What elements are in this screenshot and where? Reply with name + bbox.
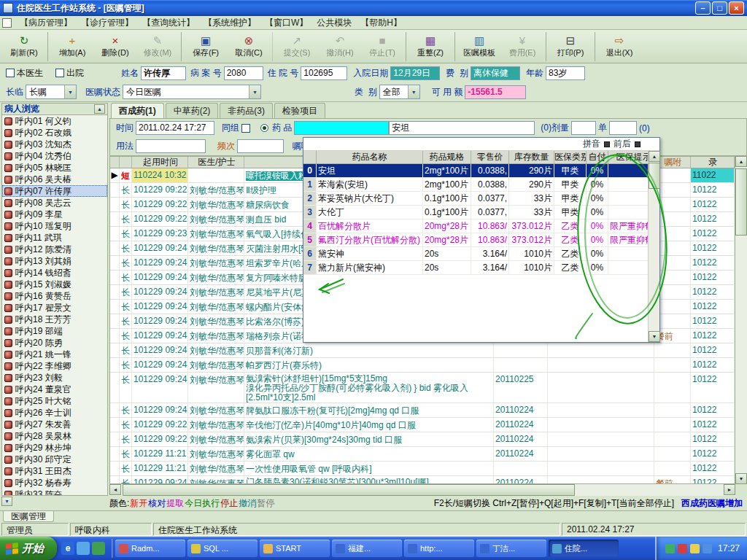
order-row[interactable]: 长 101229 09:22 刘敏华/范惠琴 氨溴索片(贝莱)[30mg*24s… xyxy=(110,432,735,447)
scroll-up-arrow[interactable]: ▲ xyxy=(735,156,747,167)
order-row[interactable]: 长 101229 09:24 刘敏华/范惠琴 帕罗西汀片(赛乐特) 10122 xyxy=(110,358,735,373)
patient-list-item[interactable]: 呼内29 林步坤 xyxy=(2,442,107,454)
patient-list-item[interactable]: 呼内19 邵端 xyxy=(2,325,107,337)
patient-name-field[interactable]: 许传厚 xyxy=(141,66,186,80)
taskbar-task-button[interactable]: 丁洁... xyxy=(476,540,546,557)
start-button[interactable]: 开始 xyxy=(0,537,57,560)
drug-category-tab[interactable]: 检验项目 xyxy=(274,103,325,118)
order-status-select[interactable]: 今日医嘱 ▼ xyxy=(123,85,261,99)
taskbar-task-button[interactable]: START xyxy=(260,540,330,557)
taskbar-task-button[interactable]: SQL ... xyxy=(187,540,258,557)
patient-list-item[interactable]: 呼内12 陈爱清 xyxy=(2,244,107,255)
taskbar-task-button[interactable]: http:... xyxy=(404,540,474,557)
case-no-field[interactable]: 2080 xyxy=(224,66,263,80)
patient-list-item[interactable]: 呼内16 黄赞岳 xyxy=(2,290,107,302)
toolbar-button[interactable]: ■ 停止(T) xyxy=(361,32,403,61)
toolbar-button[interactable]: ▥ 医嘱模板 xyxy=(454,32,501,61)
drug-search-input[interactable] xyxy=(294,121,389,135)
patient-list-item[interactable]: 呼内31 王田杰 xyxy=(2,465,107,477)
tray-icon[interactable] xyxy=(690,544,700,553)
toolbar-button[interactable]: ▣ 保存(F) xyxy=(181,32,228,61)
order-row[interactable]: 长 101229 09:24 刘敏华/范惠琴 脾氨肽口服冻干粉(复可托)[2mg… xyxy=(110,403,735,418)
menu-item[interactable]: 【病历管理】 xyxy=(16,16,76,30)
frequency-input[interactable] xyxy=(237,139,284,153)
patient-list-item[interactable]: 呼内08 吴志云 xyxy=(2,197,107,209)
drug-row[interactable]: 1 苯海索(安坦) 2mg*100片 0.0388, 290片 甲类 0% xyxy=(303,178,659,192)
toolbar-button[interactable]: ¥ 费用(E) xyxy=(501,32,543,61)
scrollbar-thumb[interactable] xyxy=(123,484,575,496)
patient-list-item[interactable]: 呼内18 王芳芳 xyxy=(2,314,107,325)
toolbar-button[interactable]: ⊗ 取消(C) xyxy=(228,32,270,61)
drug-category-tab[interactable]: 中草药(2) xyxy=(166,103,219,118)
patient-list-item[interactable]: 呼内24 董泉官 xyxy=(2,384,107,395)
usage-input[interactable] xyxy=(136,139,206,153)
bottom-tab-order-mgmt[interactable]: 医嘱管理 xyxy=(3,511,54,522)
patient-list-item[interactable]: 呼内23 刘毅 xyxy=(2,372,107,384)
patient-list-item[interactable]: 呼内22 李维卿 xyxy=(2,360,107,372)
drug-row[interactable]: 7 黛力新片(黛安神) 20s 3.164/ 1010片 乙类 0% xyxy=(303,261,659,275)
order-row[interactable]: 长 101229 09:24 刘敏华/范惠琴 氨溴索针(沐舒坦针)[15mg*5… xyxy=(110,373,735,403)
same-group-checkbox[interactable] xyxy=(241,124,250,133)
patient-list-item[interactable]: 呼内03 沈知杰 xyxy=(2,139,107,150)
dose-input[interactable] xyxy=(571,121,596,135)
minimize-button[interactable]: – xyxy=(695,1,711,15)
patient-list-item[interactable]: 呼内07 许传厚 xyxy=(2,185,107,197)
patient-list-item[interactable]: 呼内15 刘淑媛 xyxy=(2,279,107,290)
drug-category-tab[interactable]: 非药品(3) xyxy=(220,103,273,118)
patient-list-item[interactable]: 呼内05 林晓匡 xyxy=(2,162,107,174)
tray-icon[interactable] xyxy=(703,544,712,553)
patient-list-item[interactable]: 呼内21 姚一锋 xyxy=(2,349,107,360)
menu-item[interactable]: 【诊疗管理】 xyxy=(77,16,137,30)
patient-list-item[interactable]: 呼内28 吴泉林 xyxy=(2,430,107,442)
order-time-field[interactable]: 2011.02.24 17:27 xyxy=(136,121,214,135)
toolbar-button[interactable]: ↶ 撤消(H) xyxy=(319,32,361,61)
admission-no-field[interactable]: 102695 xyxy=(301,66,347,80)
menu-item[interactable]: 公共模块 xyxy=(313,16,355,30)
patient-list-item[interactable]: 呼内32 杨春寿 xyxy=(2,477,107,489)
drug-row[interactable]: 6 黛安神 20s 3.164/ 1010片 乙类 0% xyxy=(303,247,659,261)
pinyin-radio[interactable] xyxy=(604,141,610,147)
class-select[interactable]: 全部 ▼ xyxy=(379,85,420,99)
scroll-up-arrow[interactable]: ▲ xyxy=(649,151,660,162)
patient-list-item[interactable]: 呼内02 石改娥 xyxy=(2,127,107,139)
patient-list-item[interactable]: 呼内27 朱发善 xyxy=(2,419,107,430)
order-row[interactable]: 长 101229 09:22 刘敏华/范惠琴 辛伐他汀(忆辛)片[40mg*10… xyxy=(110,418,735,432)
longterm-select[interactable]: 长嘱 ▼ xyxy=(26,85,77,99)
toolbar-button[interactable]: ↻ 刷新(R) xyxy=(3,32,45,61)
order-row[interactable]: 长 101229 09:24 刘敏华/范惠琴 贝那普利(洛汀新) 10122 xyxy=(110,343,735,358)
patient-list-item[interactable]: 呼内14 钱绍斋 xyxy=(2,267,107,279)
taskbar-task-button[interactable]: 福建... xyxy=(332,540,402,557)
patient-list-item[interactable]: 呼内20 陈勇 xyxy=(2,337,107,349)
patient-list-item[interactable]: 呼内25 叶大铭 xyxy=(2,395,107,407)
scroll-down-arrow[interactable]: ▼ xyxy=(735,473,747,484)
restore-button[interactable]: □ xyxy=(712,1,727,15)
ie-icon[interactable]: e xyxy=(61,542,74,555)
patient-list-item[interactable]: 呼内13 刘其娟 xyxy=(2,255,107,267)
scrollbar-thumb[interactable] xyxy=(735,168,747,236)
patient-list-item[interactable]: 呼内11 武琪 xyxy=(2,232,107,244)
drug-radio[interactable] xyxy=(260,124,268,132)
toolbar-button[interactable]: × 删除(D) xyxy=(94,32,136,61)
scroll-right-arrow[interactable]: ► xyxy=(724,484,735,495)
menu-item[interactable]: 【系统维护】 xyxy=(200,16,260,30)
drug-row[interactable]: 0 安坦 2mg*100片 0.0388, 290片 甲类 0% xyxy=(303,164,659,178)
drug-row[interactable]: 2 苯妥英钠片(大伦丁) 0.1g*100片 0.0377, 33片 甲类 0% xyxy=(303,192,659,206)
order-radio[interactable] xyxy=(635,141,640,147)
patient-list-item[interactable]: 呼内04 沈秀伯 xyxy=(2,150,107,162)
patient-list-item[interactable]: 呼内10 瑶复明 xyxy=(2,220,107,232)
close-button[interactable]: × xyxy=(729,1,744,15)
scroll-down-button[interactable]: ▼ xyxy=(1,497,12,506)
menu-item[interactable]: 【查询统计】 xyxy=(139,16,198,30)
popup-scrollbar[interactable]: ▲ ▼ xyxy=(648,151,659,342)
order-row[interactable]: 长 101229 09:24 刘敏华/范惠琴 门冬胰岛素30(诺和锐30笔芯)[… xyxy=(110,476,735,483)
patient-list-item[interactable]: 呼内09 李星 xyxy=(2,209,107,220)
tray-icon[interactable] xyxy=(678,544,687,553)
menu-item[interactable]: 【窗口W】 xyxy=(261,16,311,30)
patient-list-item[interactable]: 呼内01 何义钧 xyxy=(2,115,107,127)
toolbar-button[interactable]: ↗ 提交(S) xyxy=(272,32,319,61)
toolbar-button[interactable]: ✎ 修改(M) xyxy=(136,32,179,61)
taskbar-task-button[interactable]: Radm... xyxy=(115,540,185,557)
unit-input[interactable] xyxy=(609,121,637,135)
scrollbar-thumb[interactable] xyxy=(649,163,660,189)
patient-list-item[interactable]: 呼内06 吴夫椿 xyxy=(2,174,107,185)
